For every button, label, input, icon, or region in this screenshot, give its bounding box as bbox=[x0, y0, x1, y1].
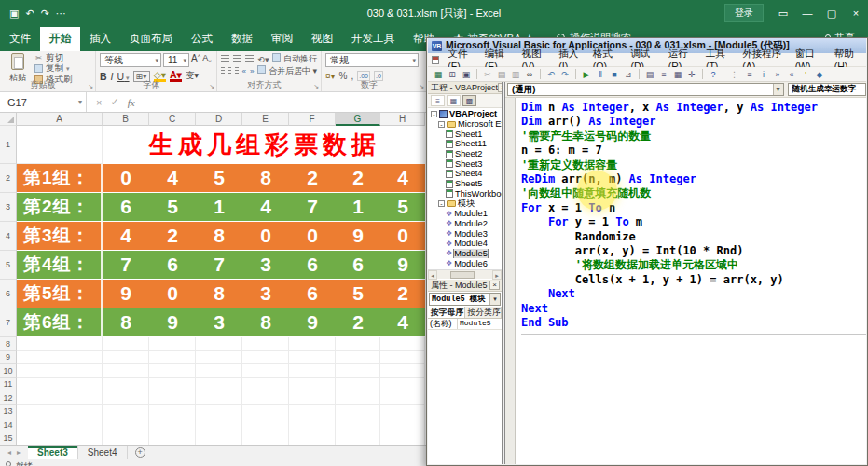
cell[interactable] bbox=[289, 378, 336, 392]
lottery-value[interactable]: 2 bbox=[336, 308, 380, 337]
procedure-combo[interactable]: 随机生成幸运数字 bbox=[788, 83, 866, 96]
cell[interactable] bbox=[17, 391, 103, 405]
sheet-tab-Sheet4[interactable]: Sheet4 bbox=[78, 446, 128, 459]
lottery-value[interactable]: 6 bbox=[289, 251, 336, 280]
lottery-value[interactable]: 9 bbox=[289, 308, 336, 337]
code-line[interactable]: '需要产生幸运号码的数量 bbox=[521, 130, 866, 144]
cell[interactable] bbox=[336, 405, 380, 419]
property-value[interactable]: Module5 bbox=[458, 319, 502, 329]
expander-icon[interactable]: - bbox=[431, 111, 437, 117]
code-line[interactable]: For x = 1 To n bbox=[521, 201, 866, 215]
cell[interactable] bbox=[336, 432, 380, 446]
lottery-value[interactable]: 6 bbox=[103, 193, 149, 222]
lottery-value[interactable]: 5 bbox=[149, 193, 196, 222]
undo-icon[interactable]: ↶ bbox=[544, 68, 558, 80]
group-label[interactable]: 第6组： bbox=[17, 308, 103, 337]
tree-item-Sheet3[interactable]: Sheet3 bbox=[428, 158, 502, 169]
lottery-value[interactable]: 9 bbox=[336, 222, 380, 251]
find-icon[interactable]: ∞ bbox=[523, 68, 536, 80]
code-line[interactable]: '将数组数据加载进单元格区域中 bbox=[521, 258, 866, 272]
cell[interactable] bbox=[289, 364, 336, 378]
cell[interactable] bbox=[289, 391, 336, 405]
properties-object-combo[interactable]: Module5 模块 ▾ bbox=[429, 293, 501, 306]
cell[interactable] bbox=[149, 391, 196, 405]
align-bottom-icon[interactable] bbox=[245, 55, 254, 63]
cell[interactable] bbox=[17, 405, 103, 419]
reset-icon[interactable]: ■ bbox=[608, 68, 621, 80]
select-all-corner[interactable] bbox=[0, 113, 17, 126]
clipboard-dialog-launcher[interactable]: ↘ bbox=[88, 83, 93, 90]
cell[interactable] bbox=[103, 378, 149, 392]
cell[interactable] bbox=[17, 418, 103, 432]
lottery-value[interactable]: 4 bbox=[380, 308, 425, 337]
lottery-value[interactable]: 4 bbox=[149, 164, 196, 193]
cell[interactable] bbox=[242, 418, 289, 432]
code-line[interactable]: n = 6: m = 7 bbox=[521, 144, 866, 158]
cell[interactable] bbox=[17, 378, 103, 392]
shrink-font-button[interactable]: A˅ bbox=[202, 53, 212, 67]
cell[interactable] bbox=[380, 432, 425, 446]
column-header-E[interactable]: E bbox=[242, 113, 289, 126]
wrap-text-button[interactable]: 自动换行 bbox=[272, 53, 317, 65]
cell[interactable] bbox=[17, 351, 103, 365]
row-header-12[interactable]: 12 bbox=[0, 391, 17, 405]
group-label[interactable]: 第4组： bbox=[17, 251, 103, 280]
alignment-dialog-launcher[interactable]: ↘ bbox=[313, 83, 319, 90]
customize-qat-icon[interactable]: ⋯ bbox=[56, 7, 66, 20]
outdent-icon[interactable]: « bbox=[785, 68, 798, 80]
lottery-value[interactable]: 0 bbox=[103, 164, 149, 193]
tree-item-Sheet2[interactable]: Sheet2 bbox=[428, 149, 502, 159]
lottery-value[interactable]: 2 bbox=[336, 164, 380, 193]
lottery-value[interactable]: 9 bbox=[380, 251, 425, 280]
row-header-5[interactable]: 5 bbox=[0, 251, 17, 280]
scroll-left-icon[interactable]: ◂ bbox=[428, 270, 437, 280]
prop-tab-按分类序[interactable]: 按分类序 bbox=[465, 307, 503, 318]
code-line[interactable]: Next bbox=[521, 302, 866, 316]
font-name-combo[interactable]: 等线▾ bbox=[100, 53, 161, 67]
cell[interactable] bbox=[196, 391, 242, 405]
cell[interactable] bbox=[103, 405, 149, 419]
row-header-15[interactable]: 15 bbox=[0, 432, 17, 446]
tree-item-Module4[interactable]: ❖Module4 bbox=[428, 239, 502, 249]
increase-indent-icon[interactable]: » bbox=[250, 67, 254, 75]
prop-tab-按字母序[interactable]: 按字母序 bbox=[428, 307, 465, 318]
orientation-button[interactable]: ⟲▾ bbox=[257, 55, 269, 64]
row-header-13[interactable]: 13 bbox=[0, 405, 17, 419]
minimize-icon[interactable]: — bbox=[795, 0, 820, 26]
tree-item-Sheet11[interactable]: Sheet11 bbox=[428, 139, 502, 149]
cell[interactable] bbox=[103, 364, 149, 378]
cell[interactable] bbox=[196, 337, 242, 351]
code-line[interactable]: Cells(x + 1, y + 1) = arr(x, y) bbox=[521, 273, 866, 287]
lottery-value[interactable]: 0 bbox=[242, 222, 289, 251]
lottery-value[interactable]: 0 bbox=[289, 222, 336, 251]
sheet-nav-right-icon[interactable]: ▸ bbox=[17, 448, 21, 457]
row-header-3[interactable]: 3 bbox=[0, 193, 17, 222]
row-header-8[interactable]: 8 bbox=[0, 337, 17, 351]
ribbon-tab-文件[interactable]: 文件 bbox=[0, 27, 40, 51]
align-right-icon[interactable] bbox=[235, 67, 239, 75]
code-line[interactable]: '向数组中随意填充随机数 bbox=[521, 186, 866, 200]
view-code-icon[interactable]: ≡ bbox=[431, 95, 445, 106]
lottery-value[interactable]: 3 bbox=[242, 251, 289, 280]
cell[interactable] bbox=[149, 364, 196, 378]
cell[interactable] bbox=[242, 391, 289, 405]
cell[interactable] bbox=[380, 364, 425, 378]
close-icon[interactable]: × bbox=[489, 281, 500, 290]
column-header-B[interactable]: B bbox=[103, 113, 149, 126]
copy-icon[interactable]: ▤ bbox=[495, 68, 508, 80]
cell[interactable] bbox=[336, 364, 380, 378]
cell[interactable] bbox=[336, 337, 380, 351]
cut-button[interactable]: ✂剪切 bbox=[34, 53, 91, 63]
redo-icon[interactable]: ↷ bbox=[41, 7, 49, 20]
column-header-G[interactable]: G bbox=[336, 113, 380, 126]
help-icon[interactable]: ? bbox=[707, 68, 720, 80]
sheet-tab-Sheet3[interactable]: Sheet3 bbox=[28, 446, 78, 459]
cell[interactable] bbox=[242, 364, 289, 378]
code-editor[interactable]: Dim n As Integer, x As Integer, y As Int… bbox=[517, 98, 866, 464]
grow-font-button[interactable]: A˄ bbox=[191, 53, 200, 67]
code-line[interactable]: Dim arr() As Integer bbox=[521, 115, 866, 129]
lottery-value[interactable]: 6 bbox=[149, 251, 196, 280]
object-combo[interactable]: (通用) ▾ bbox=[507, 83, 784, 96]
lottery-value[interactable]: 5 bbox=[380, 193, 425, 222]
cell[interactable] bbox=[289, 432, 336, 446]
